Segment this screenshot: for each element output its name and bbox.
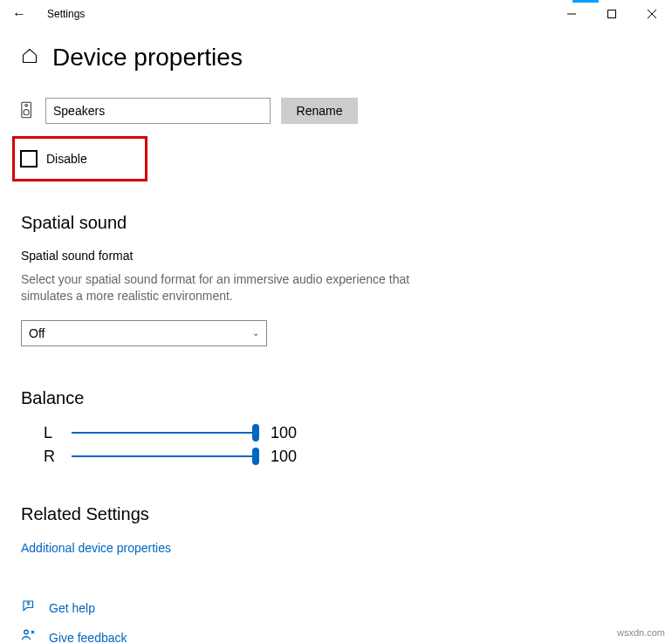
device-name-row: Rename [21, 98, 651, 124]
balance-right-slider[interactable] [72, 455, 255, 457]
balance-left-letter: L [44, 424, 56, 442]
balance-left-value: 100 [271, 424, 297, 442]
spatial-format-dropdown[interactable]: Off ⌄ [21, 320, 267, 346]
disable-highlight-box: Disable [12, 136, 147, 181]
titlebar: ← Settings [0, 0, 672, 28]
balance-left-row: L 100 [44, 424, 651, 442]
feedback-icon [21, 628, 37, 643]
balance-right-row: R 100 [44, 448, 651, 466]
page-title: Device properties [52, 44, 243, 72]
svg-rect-1 [608, 10, 616, 18]
accent-bar [573, 0, 599, 3]
additional-properties-link[interactable]: Additional device properties [21, 541, 171, 555]
svg-point-7 [28, 604, 29, 605]
balance-right-letter: R [44, 448, 56, 466]
balance-left-slider[interactable] [72, 432, 255, 434]
spatial-description: Select your spatial sound format for an … [21, 271, 422, 304]
device-name-input[interactable] [45, 98, 271, 124]
minimize-button[interactable] [552, 0, 592, 28]
balance-heading: Balance [21, 388, 651, 408]
svg-point-6 [24, 110, 29, 115]
titlebar-left: ← Settings [7, 3, 85, 25]
back-arrow-icon[interactable]: ← [7, 3, 31, 25]
chevron-down-icon: ⌄ [252, 328, 259, 338]
page-header: Device properties [21, 44, 651, 72]
balance-block: L 100 R 100 [21, 424, 651, 466]
svg-point-8 [24, 630, 29, 634]
slider-thumb[interactable] [252, 424, 259, 441]
get-help-row: Get help [21, 599, 651, 618]
watermark: wsxdn.com [617, 627, 665, 638]
speaker-icon [21, 99, 35, 122]
get-help-link[interactable]: Get help [49, 601, 95, 615]
rename-button[interactable]: Rename [281, 98, 358, 124]
disable-checkbox[interactable] [20, 150, 38, 168]
close-button[interactable] [632, 0, 672, 28]
help-icon [21, 599, 37, 618]
slider-thumb[interactable] [252, 448, 259, 465]
spatial-format-label: Spatial sound format [21, 249, 651, 263]
spatial-sound-heading: Spatial sound [21, 213, 651, 233]
give-feedback-row: Give feedback [21, 628, 651, 643]
window-controls [552, 0, 672, 28]
related-settings-heading: Related Settings [21, 504, 651, 524]
give-feedback-link[interactable]: Give feedback [49, 631, 127, 643]
svg-point-5 [25, 104, 28, 106]
disable-label: Disable [46, 152, 87, 166]
maximize-button[interactable] [592, 0, 632, 28]
app-title: Settings [47, 8, 85, 20]
content-area: Device properties Rename Disable Spatial… [0, 28, 672, 643]
home-icon[interactable] [21, 47, 38, 68]
dropdown-selected: Off [29, 326, 45, 340]
balance-right-value: 100 [271, 448, 297, 466]
